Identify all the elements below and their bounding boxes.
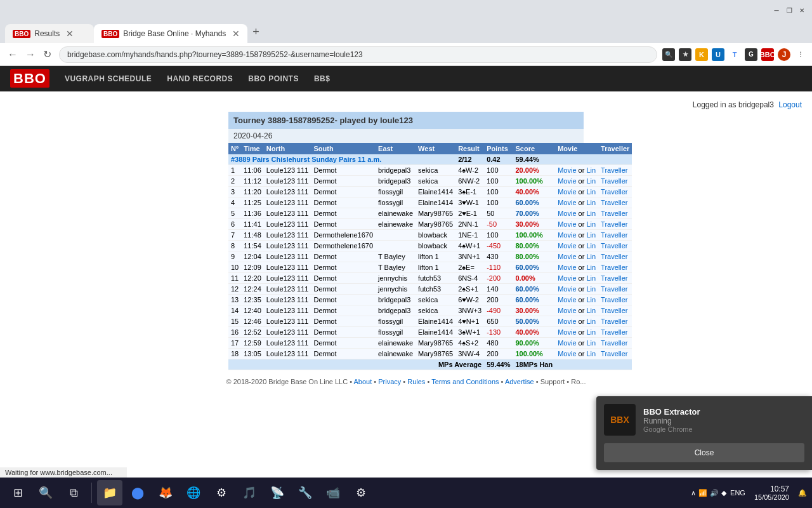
reload-button[interactable]: ↻ — [41, 47, 54, 62]
new-tab-button[interactable]: + — [247, 25, 265, 39]
footer-rules[interactable]: Rules — [407, 378, 425, 385]
notification-close-button[interactable]: Close — [604, 443, 804, 462]
nav-bbo-points[interactable]: BBO POINTS — [248, 74, 299, 83]
ubiquiti-icon[interactable]: U — [712, 48, 724, 61]
cell-north: Loule123 111 — [264, 187, 311, 197]
kaspersky-icon[interactable]: K — [695, 48, 708, 61]
cell-traveller[interactable]: Traveller — [598, 241, 632, 251]
cell-traveller[interactable]: Traveller — [598, 316, 632, 327]
tray-up-arrow[interactable]: ∧ — [691, 489, 696, 497]
close-button[interactable]: ✕ — [797, 5, 807, 15]
cell-traveller[interactable]: Traveller — [598, 219, 632, 230]
footer-about[interactable]: About — [353, 378, 372, 385]
cell-traveller[interactable]: Traveller — [598, 338, 632, 349]
footer-terms[interactable]: Terms and Conditions — [431, 378, 499, 385]
table-row: 11 12:20 Loule123 111 Dermot jennychis f… — [228, 273, 632, 284]
tray-dropbox[interactable]: ◆ — [721, 489, 726, 497]
cell-traveller[interactable]: Traveller — [598, 327, 632, 338]
tab-results-close[interactable]: ✕ — [66, 29, 74, 39]
cell-movie[interactable]: Movie or Lin — [555, 338, 598, 349]
nav-bbs[interactable]: BB$ — [314, 74, 331, 83]
logout-link[interactable]: Logout — [778, 100, 802, 109]
task-view-button[interactable]: ⧉ — [61, 480, 86, 505]
cell-traveller[interactable]: Traveller — [598, 273, 632, 284]
cell-movie[interactable]: Movie or Lin — [555, 219, 598, 230]
cell-movie[interactable]: Movie or Lin — [555, 176, 598, 187]
chrome-button[interactable]: ⬤ — [125, 480, 150, 505]
cell-movie[interactable]: Movie or Lin — [555, 349, 598, 359]
cell-east: jennychis — [376, 273, 416, 284]
cell-movie[interactable]: Movie or Lin — [555, 305, 598, 316]
pair-link[interactable]: #3889 Pairs Chislehurst Sunday Pairs 11 … — [228, 154, 455, 165]
window-controls[interactable]: ─ ❐ ✕ — [771, 5, 807, 15]
translate-icon[interactable]: T — [728, 48, 741, 61]
cell-movie[interactable]: Movie or Lin — [555, 230, 598, 241]
tray-volume[interactable]: 🔊 — [710, 489, 719, 497]
nav-vugraph[interactable]: VUGRAPH SCHEDULE — [65, 74, 152, 83]
back-button[interactable]: ← — [5, 48, 20, 62]
search-icon[interactable]: 🔍 — [662, 48, 675, 61]
cell-traveller[interactable]: Traveller — [598, 251, 632, 262]
search-button[interactable]: 🔍 — [33, 480, 58, 505]
tab-results[interactable]: BBO Results ✕ — [5, 24, 94, 43]
cell-movie[interactable]: Movie or Lin — [555, 251, 598, 262]
app7-button[interactable]: 📡 — [265, 480, 290, 505]
zoom-button[interactable]: 📹 — [320, 480, 346, 505]
profile-icon[interactable]: J — [778, 48, 790, 61]
firefox-button[interactable]: 🦊 — [153, 480, 178, 505]
cell-traveller[interactable]: Traveller — [598, 284, 632, 295]
cell-north: Loule123 111 — [264, 284, 311, 295]
cell-movie[interactable]: Movie or Lin — [555, 273, 598, 284]
cell-traveller[interactable]: Traveller — [598, 305, 632, 316]
footer-privacy[interactable]: Privacy — [378, 378, 401, 385]
cell-movie[interactable]: Movie or Lin — [555, 262, 598, 273]
col-result: Result — [455, 143, 484, 154]
cell-points: 100 — [484, 230, 513, 241]
app6-button[interactable]: 🎵 — [237, 480, 262, 505]
cell-movie[interactable]: Movie or Lin — [555, 327, 598, 338]
cell-traveller[interactable]: Traveller — [598, 349, 632, 359]
tab-myhands[interactable]: BBO Bridge Base Online · Myhands ✕ — [94, 24, 247, 43]
url-input[interactable]: bridgebase.com/myhands/hands.php?tourney… — [59, 46, 657, 63]
notification-bell[interactable]: 🔔 — [798, 489, 807, 497]
cell-traveller[interactable]: Traveller — [598, 165, 632, 176]
start-button[interactable]: ⊞ — [5, 480, 30, 505]
file-explorer-button[interactable]: 📁 — [97, 480, 122, 505]
settings-button[interactable]: ⚙ — [348, 480, 374, 505]
cell-movie[interactable]: Movie or Lin — [555, 295, 598, 305]
cell-movie[interactable]: Movie or Lin — [555, 165, 598, 176]
cell-traveller[interactable]: Traveller — [598, 295, 632, 305]
cell-traveller[interactable]: Traveller — [598, 230, 632, 241]
cell-points: 140 — [484, 284, 513, 295]
cell-east: elainewake — [376, 349, 416, 359]
cell-traveller[interactable]: Traveller — [598, 176, 632, 187]
cell-movie[interactable]: Movie or Lin — [555, 187, 598, 197]
cell-movie[interactable]: Movie or Lin — [555, 284, 598, 295]
tab-myhands-close[interactable]: ✕ — [232, 29, 240, 39]
cell-movie[interactable]: Movie or Lin — [555, 241, 598, 251]
cell-traveller[interactable]: Traveller — [598, 187, 632, 197]
app8-button[interactable]: 🔧 — [292, 480, 318, 505]
app5-button[interactable]: ⚙ — [209, 480, 234, 505]
cell-traveller[interactable]: Traveller — [598, 262, 632, 273]
nav-hand-records[interactable]: HAND RECORDS — [167, 74, 233, 83]
bbo-ext-icon[interactable]: BBO — [761, 48, 774, 61]
google-icon[interactable]: G — [745, 48, 757, 61]
maximize-button[interactable]: ❐ — [784, 5, 794, 15]
cell-points: 650 — [484, 316, 513, 327]
edge-button[interactable]: 🌐 — [181, 480, 206, 505]
tray-network[interactable]: 📶 — [698, 489, 707, 497]
cell-movie[interactable]: Movie or Lin — [555, 208, 598, 219]
cell-movie[interactable]: Movie or Lin — [555, 316, 598, 327]
more-options-icon[interactable]: ⋮ — [794, 48, 807, 61]
forward-button[interactable]: → — [23, 48, 38, 62]
cell-movie[interactable]: Movie or Lin — [555, 197, 598, 208]
cell-no: 16 — [228, 327, 241, 338]
bookmark-icon[interactable]: ★ — [679, 48, 691, 61]
minimize-button[interactable]: ─ — [771, 5, 782, 15]
footer-advertise[interactable]: Advertise — [505, 378, 534, 385]
notif-status: Running — [643, 417, 804, 425]
cell-traveller[interactable]: Traveller — [598, 208, 632, 219]
cell-traveller[interactable]: Traveller — [598, 197, 632, 208]
col-traveller: Traveller — [598, 143, 632, 154]
